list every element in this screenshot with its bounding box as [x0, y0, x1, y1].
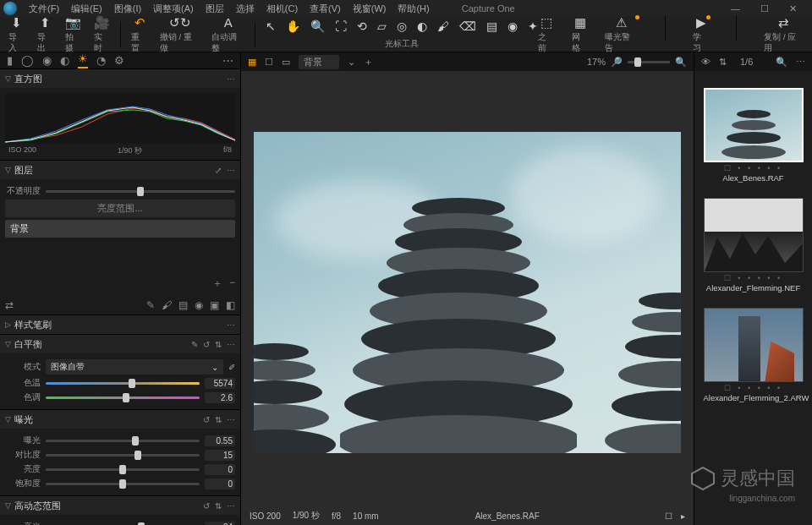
viewer-canvas[interactable]	[241, 71, 694, 506]
undo-redo-button[interactable]: ↺↻撤销 / 重做	[160, 15, 200, 54]
export-button[interactable]: ⬆导出	[37, 15, 54, 54]
thumb-rating[interactable]: ☐ • • • • •	[704, 384, 804, 392]
zoom-fit-icon[interactable]: 🔍	[675, 57, 687, 68]
exp-copy-icon[interactable]: ⇅	[215, 415, 222, 424]
wb-temp-value[interactable]: 5574	[205, 378, 235, 389]
section-menu-icon[interactable]: ⋯	[227, 340, 235, 349]
brush-tool-icon[interactable]: 🖌	[437, 19, 449, 33]
thumbnail[interactable]: ☐ • • • • • Alex_Benes.RAF	[704, 88, 804, 183]
tab-capture-icon[interactable]: ◯	[21, 54, 34, 67]
viewer-add-icon[interactable]: ＋	[364, 56, 373, 68]
pointer-tool-icon[interactable]: ↖	[266, 19, 276, 33]
menu-window[interactable]: 视窗(W)	[348, 1, 392, 17]
wb-tint-value[interactable]: 2.6	[205, 392, 235, 403]
browser-search-icon[interactable]: 🔍	[776, 57, 787, 68]
section-menu-icon[interactable]: ⋯	[227, 74, 235, 84]
exp-value[interactable]: 0.55	[205, 435, 235, 446]
expand-icon[interactable]: ⤢	[215, 166, 222, 175]
wb-eyedropper-icon[interactable]: ✐	[228, 363, 235, 372]
before-button[interactable]: ⬚之前	[538, 15, 554, 54]
hdr-copy-icon[interactable]: ⇅	[215, 501, 222, 511]
gradient-icon[interactable]: ▤	[178, 299, 188, 311]
wb-picker-icon[interactable]: ✎	[191, 340, 198, 349]
thumbnail[interactable]: ☐ • • • • • Alexander_Flemming.NEF	[704, 198, 804, 293]
zoom-slider[interactable]	[628, 61, 670, 63]
viewer-dd-arrow-icon[interactable]: ⌄	[348, 57, 355, 68]
add-layer-icon[interactable]: ＋	[212, 276, 222, 291]
grid-button[interactable]: ▦网格	[572, 15, 588, 54]
picker-icon[interactable]: ✎	[146, 299, 155, 311]
erase-icon[interactable]: ◧	[226, 299, 235, 311]
contrast-slider[interactable]	[46, 454, 200, 457]
mask-tool-icon[interactable]: ◐	[417, 19, 427, 33]
tab-library-icon[interactable]: ▮	[7, 54, 13, 67]
menu-camera[interactable]: 相机(C)	[261, 1, 303, 17]
fill-icon[interactable]: ▣	[210, 299, 219, 311]
wb-temp-slider[interactable]	[46, 382, 200, 385]
view-grid-icon[interactable]: ▦	[248, 57, 256, 68]
bright-slider[interactable]	[46, 468, 200, 471]
thumbnail[interactable]: ☐ • • • • • Alexander_Flemming_2.ARW	[704, 308, 804, 402]
browser-menu-icon[interactable]: ⋯	[796, 57, 805, 68]
reset-button[interactable]: ↶重置	[131, 15, 148, 54]
heal-tool-icon[interactable]: ✦	[528, 19, 538, 33]
tab-adjust-icon[interactable]: ⚙	[114, 54, 124, 67]
tab-details-icon[interactable]: ◔	[96, 54, 106, 67]
hand-tool-icon[interactable]: ✋	[286, 19, 300, 33]
layer-opts-icon[interactable]: ⇄	[5, 299, 14, 311]
wb-reset-icon[interactable]: ↺	[203, 340, 210, 349]
view-single-icon[interactable]: ☐	[265, 57, 273, 68]
exp-reset-icon[interactable]: ↺	[203, 415, 210, 424]
menu-help[interactable]: 帮助(H)	[392, 1, 434, 17]
auto-adjust-button[interactable]: A自动调整	[211, 15, 244, 54]
bright-value[interactable]: 0	[205, 464, 235, 475]
viewer-layer-dropdown[interactable]: 背景	[299, 55, 339, 69]
import-button[interactable]: ⬇导入	[8, 15, 25, 54]
radial-icon[interactable]: ◉	[195, 299, 203, 311]
brush-icon[interactable]: 🖌	[162, 299, 172, 311]
close-icon[interactable]: ✕	[784, 2, 802, 16]
rotate-tool-icon[interactable]: ⟲	[357, 19, 367, 33]
wb-mode-dropdown[interactable]: 图像自带⌄	[46, 359, 223, 375]
hdr-reset-icon[interactable]: ↺	[203, 501, 210, 511]
contrast-value[interactable]: 15	[205, 450, 235, 461]
tab-exposure-icon[interactable]: ☀	[78, 52, 88, 68]
keystone-tool-icon[interactable]: ▱	[377, 19, 387, 33]
view-multi-icon[interactable]: ▭	[282, 57, 290, 68]
loupe-tool-icon[interactable]: 🔍	[310, 19, 325, 33]
wb-copy-icon[interactable]: ⇅	[215, 340, 222, 349]
sat-value[interactable]: 0	[205, 479, 235, 489]
browser-sort-icon[interactable]: ⇅	[719, 57, 727, 68]
delete-layer-icon[interactable]: −	[229, 276, 235, 291]
tab-lens-icon[interactable]: ◉	[42, 54, 52, 67]
meta-arrow-icon[interactable]: ▸	[681, 511, 685, 521]
live-button[interactable]: 🎥实时	[94, 15, 111, 54]
zoom-loupe-icon[interactable]: 🔎	[611, 57, 623, 68]
section-menu-icon[interactable]: ⋯	[227, 166, 235, 175]
menu-view[interactable]: 查看(V)	[304, 1, 346, 17]
copy-apply-button[interactable]: ⇄复制 / 应用	[764, 15, 804, 54]
luma-range-button[interactable]: 亮度范围...	[5, 200, 235, 217]
spot-tool-icon[interactable]: ◎	[397, 19, 407, 33]
learn-button[interactable]: ▶学习	[693, 15, 709, 54]
section-menu-icon[interactable]: ⋯	[227, 415, 235, 424]
sat-slider[interactable]	[46, 483, 200, 485]
hl-value[interactable]: 24	[205, 522, 235, 526]
thumb-rating[interactable]: ☐ • • • • •	[704, 274, 804, 282]
layer-background[interactable]: 背景	[5, 220, 235, 238]
eraser-tool-icon[interactable]: ⌫	[459, 19, 476, 33]
section-menu-icon[interactable]: ⋯	[227, 501, 235, 511]
browser-eye-icon[interactable]: 👁	[701, 57, 710, 67]
exp-slider[interactable]	[46, 440, 200, 442]
tab-color-icon[interactable]: ◐	[60, 54, 69, 67]
wb-tint-slider[interactable]	[46, 396, 200, 399]
opacity-slider[interactable]	[46, 190, 235, 193]
maximize-icon[interactable]: ☐	[755, 2, 774, 16]
capture-button[interactable]: 📷拍摄	[65, 15, 82, 54]
minimize-icon[interactable]: —	[726, 2, 745, 16]
exposure-warning-button[interactable]: ⚠曝光警告	[605, 15, 638, 54]
crop-tool-icon[interactable]: ⛶	[335, 19, 347, 33]
gradient-tool-icon[interactable]: ▤	[486, 19, 497, 33]
tab-more-icon[interactable]: ⋯	[222, 54, 233, 67]
section-menu-icon[interactable]: ⋯	[227, 320, 235, 330]
